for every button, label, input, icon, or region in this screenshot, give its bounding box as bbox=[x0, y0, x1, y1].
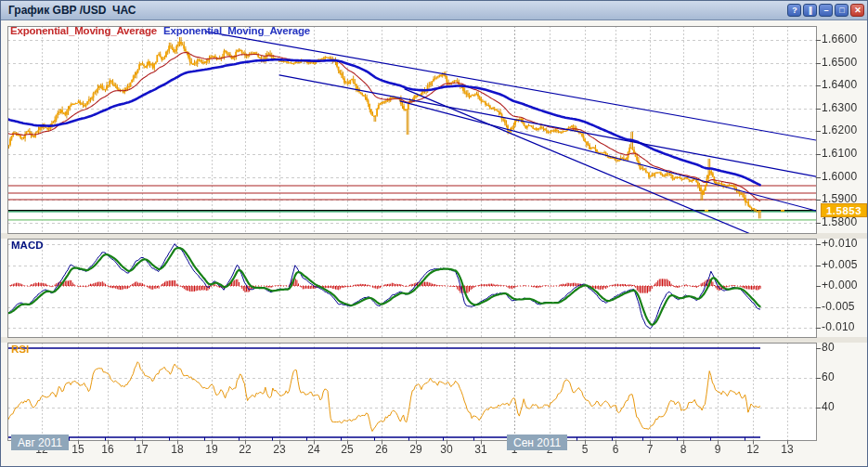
titlebar-buttons: ?||–□✕ bbox=[787, 4, 864, 17]
rsi-panel-label: RSI bbox=[11, 344, 29, 355]
titlebar-help-button[interactable]: ? bbox=[787, 4, 801, 17]
titlebar-pause-button[interactable]: || bbox=[803, 4, 817, 17]
chart-canvas[interactable] bbox=[1, 1, 868, 467]
titlebar[interactable]: График GBP /USD ЧАС ?||–□✕ bbox=[1, 1, 867, 20]
month-badge-aug: Авг 2011 bbox=[11, 435, 69, 450]
titlebar-close-button[interactable]: ✕ bbox=[850, 4, 864, 17]
month-badge-sep: Сен 2011 bbox=[507, 435, 567, 450]
legend-ema-fast: Exponential_Moving_Average bbox=[10, 25, 157, 36]
window-title: График GBP /USD ЧАС bbox=[1, 4, 136, 17]
titlebar-maximize-button[interactable]: □ bbox=[835, 4, 849, 17]
titlebar-minimize-button[interactable]: – bbox=[819, 4, 833, 17]
indicator-legend: Exponential_Moving_Average Exponential_M… bbox=[10, 25, 310, 36]
chart-window: Exponential_Moving_Average Exponential_M… bbox=[0, 0, 868, 467]
macd-panel-label: MACD bbox=[11, 240, 44, 251]
legend-ema-slow: Exponential_Moving_Average bbox=[163, 25, 310, 36]
current-price-badge: 1.5853 bbox=[821, 203, 867, 217]
